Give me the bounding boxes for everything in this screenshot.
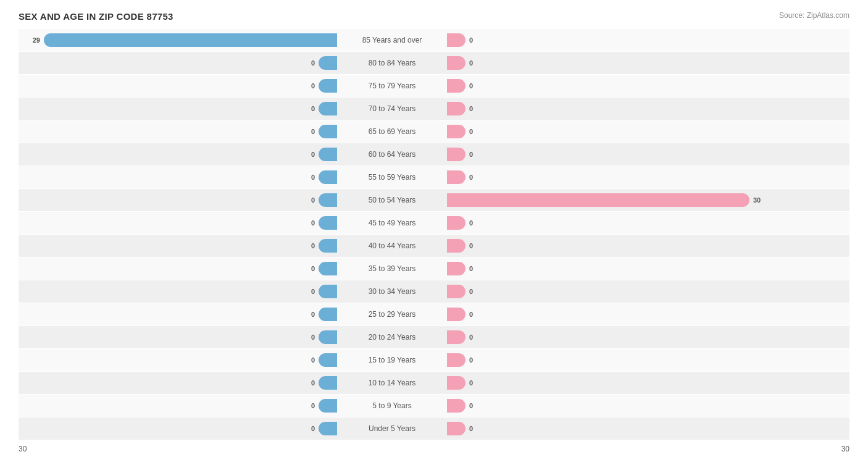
left-bar-area: 0	[19, 308, 340, 321]
right-bar-area: 0	[444, 102, 766, 115]
chart-row: 040 to 44 Years0	[19, 235, 849, 257]
female-bar	[447, 239, 465, 253]
chart-row: 060 to 64 Years0	[19, 143, 849, 166]
right-bar-area: 0	[444, 422, 766, 435]
right-bar-area: 0	[444, 170, 766, 184]
male-bar	[44, 33, 337, 47]
age-range-label: 15 to 19 Years	[340, 356, 444, 364]
chart-row: 2985 Years and over0	[19, 29, 849, 51]
right-bar-area: 0	[444, 285, 766, 298]
female-bar	[447, 262, 465, 275]
left-bar-area: 0	[19, 285, 340, 298]
male-bar	[319, 285, 337, 298]
male-value: 0	[311, 151, 315, 158]
age-range-label: 40 to 44 Years	[340, 241, 444, 250]
chart-row: 0Under 5 Years0	[19, 417, 849, 440]
male-value: 0	[311, 425, 315, 432]
male-bar	[319, 399, 337, 413]
male-value: 0	[311, 402, 315, 409]
female-value: 0	[469, 311, 473, 318]
female-bar	[447, 353, 465, 367]
male-value: 0	[311, 219, 315, 227]
female-value: 0	[469, 379, 473, 387]
female-value: 0	[469, 265, 473, 272]
male-value: 0	[311, 265, 315, 272]
chart-row: 020 to 24 Years0	[19, 326, 849, 348]
male-bar	[319, 56, 337, 70]
right-bar-area: 0	[444, 308, 766, 321]
female-bar	[447, 33, 465, 47]
female-bar	[447, 125, 465, 138]
chart-row: 015 to 19 Years0	[19, 349, 849, 371]
male-value: 0	[311, 105, 315, 112]
male-value: 0	[311, 128, 315, 135]
age-range-label: 5 to 9 Years	[340, 401, 444, 410]
female-value: 0	[469, 105, 473, 112]
left-bar-area: 0	[19, 170, 340, 184]
right-bar-area: 30	[444, 193, 766, 207]
right-bar-area: 0	[444, 376, 766, 390]
chart-row: 080 to 84 Years0	[19, 52, 849, 74]
age-range-label: 45 to 49 Years	[340, 219, 444, 227]
age-range-label: 85 Years and over	[340, 36, 444, 44]
female-value: 0	[469, 219, 473, 227]
female-bar	[447, 330, 465, 344]
chart-row: 045 to 49 Years0	[19, 212, 849, 234]
female-bar	[447, 56, 465, 70]
chart-row: 055 to 59 Years0	[19, 166, 849, 188]
right-bar-area: 0	[444, 399, 766, 413]
age-range-label: 60 to 64 Years	[340, 150, 444, 159]
right-bar-area: 0	[444, 56, 766, 70]
left-bar-area: 0	[19, 79, 340, 93]
male-bar	[319, 308, 337, 321]
chart-row: 050 to 54 Years30	[19, 189, 849, 211]
female-bar	[447, 216, 465, 230]
left-bar-area: 0	[19, 56, 340, 70]
female-value: 0	[469, 59, 473, 67]
right-bar-area: 0	[444, 148, 766, 161]
left-bar-area: 0	[19, 262, 340, 275]
right-bar-area: 0	[444, 330, 766, 344]
female-value: 0	[469, 82, 473, 90]
male-value: 0	[311, 379, 315, 387]
left-bar-area: 29	[19, 33, 340, 47]
male-bar	[319, 239, 337, 253]
left-bar-area: 0	[19, 422, 340, 435]
male-bar	[319, 376, 337, 390]
male-value: 0	[311, 288, 315, 295]
male-bar	[319, 79, 337, 93]
age-range-label: 75 to 79 Years	[340, 82, 444, 90]
left-bar-area: 0	[19, 330, 340, 344]
age-range-label: 10 to 14 Years	[340, 379, 444, 387]
right-bar-area: 0	[444, 353, 766, 367]
male-value: 0	[311, 196, 315, 204]
age-range-label: 80 to 84 Years	[340, 59, 444, 67]
male-bar	[319, 102, 337, 115]
male-value: 0	[311, 82, 315, 90]
age-range-label: 55 to 59 Years	[340, 173, 444, 182]
left-bar-area: 0	[19, 376, 340, 390]
chart-row: 030 to 34 Years0	[19, 280, 849, 303]
left-bar-area: 0	[19, 353, 340, 367]
right-bar-area: 0	[444, 33, 766, 47]
female-bar	[447, 193, 749, 207]
male-bar	[319, 170, 337, 184]
right-bar-area: 0	[444, 79, 766, 93]
chart-row: 070 to 74 Years0	[19, 98, 849, 120]
axis-left: 30	[19, 445, 27, 453]
male-bar	[319, 353, 337, 367]
female-value: 0	[469, 402, 473, 409]
female-bar	[447, 102, 465, 115]
chart-row: 05 to 9 Years0	[19, 395, 849, 417]
female-value: 0	[469, 288, 473, 295]
right-bar-area: 0	[444, 239, 766, 253]
left-bar-area: 0	[19, 399, 340, 413]
female-bar	[447, 148, 465, 161]
female-bar	[447, 170, 465, 184]
chart-row: 010 to 14 Years0	[19, 372, 849, 394]
left-bar-area: 0	[19, 125, 340, 138]
male-bar	[319, 216, 337, 230]
male-bar	[319, 125, 337, 138]
male-value: 29	[33, 36, 40, 44]
right-bar-area: 0	[444, 216, 766, 230]
